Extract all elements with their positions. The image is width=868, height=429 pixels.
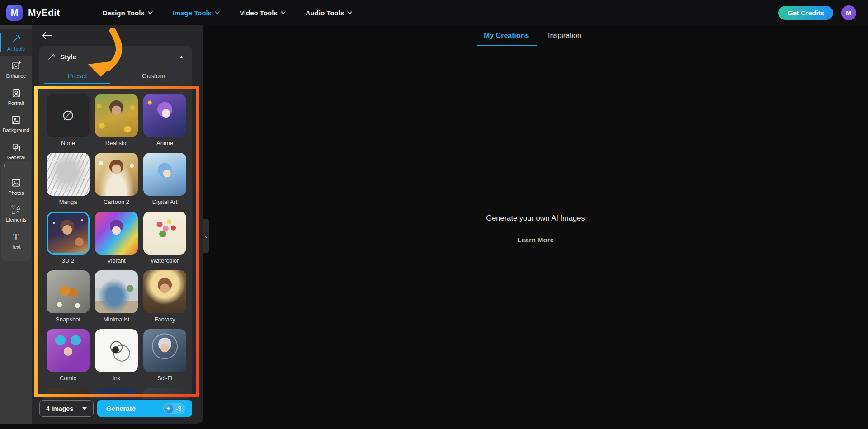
style-preset-fantasy[interactable]: Fantasy [143, 270, 186, 323]
style-preset-cartoon-2[interactable]: Cartoon 2 [95, 153, 138, 206]
style-section-title: Style [60, 53, 76, 61]
generate-label: Generate [106, 405, 136, 412]
preset-thumbnail [95, 388, 138, 399]
sidebar-item-general[interactable]: General [0, 137, 32, 165]
plus-icon: + [3, 162, 6, 168]
preset-label: Comic [47, 375, 90, 382]
style-preset-partial[interactable] [143, 388, 186, 399]
menu-audio-tools[interactable]: Audio Tools [306, 9, 353, 17]
credit-coin-icon: ✦ [164, 404, 173, 413]
sidebar-item-enhance[interactable]: Enhance [0, 56, 32, 83]
collapse-section-icon[interactable]: ▲ [179, 54, 184, 59]
generate-button[interactable]: Generate ✦ -3 [97, 400, 192, 417]
preset-label: Vibrant [95, 257, 138, 264]
preset-label: Manga [47, 198, 90, 206]
chevron-down-icon [281, 11, 286, 14]
tab-preset[interactable]: Preset [39, 67, 116, 84]
preset-thumbnail-selected [47, 212, 90, 255]
preset-thumbnail [95, 212, 138, 255]
back-button[interactable] [40, 29, 54, 42]
empty-state-title: Generate your own AI Images [203, 214, 868, 222]
shapes-row: ♡△ [11, 205, 21, 210]
preset-label: Anime [143, 140, 186, 147]
preset-thumbnail [95, 94, 138, 137]
preset-thumbnail [95, 329, 138, 372]
sidebar-item-ai-tools[interactable]: AI Tools [0, 29, 32, 56]
preset-label: Minimalist [95, 316, 138, 323]
sidebar-item-portrait[interactable]: Portrait [0, 83, 32, 110]
sidebar-item-label: Enhance [6, 73, 26, 79]
style-preset-partial[interactable] [95, 388, 138, 399]
menu-image-tools[interactable]: Image Tools [173, 9, 220, 17]
style-preset-snapshot[interactable]: Snapshot [47, 270, 90, 323]
shapes-icon: ♡△ □○ [11, 205, 21, 215]
style-preset-digital-art[interactable]: Digital Art [143, 153, 186, 206]
myedit-logo-icon[interactable]: M [6, 5, 23, 21]
brand-name[interactable]: MyEdit [28, 7, 60, 18]
preset-thumbnail [95, 270, 138, 313]
preset-thumbnail [143, 94, 186, 137]
menu-video-tools[interactable]: Video Tools [240, 9, 286, 17]
preset-thumbnail [143, 388, 186, 399]
overlapping-squares-icon [11, 142, 21, 152]
ai-image-tool-panel: Style ▲ Preset Custom ∅ None Realistic A [32, 25, 203, 424]
style-preset-vibrant[interactable]: Vibrant [95, 212, 138, 264]
credit-cost-badge: ✦ -3 [163, 403, 185, 414]
tab-custom[interactable]: Custom [116, 67, 192, 84]
style-preset-comic[interactable]: Comic [47, 329, 90, 382]
menu-label: Design Tools [103, 9, 145, 17]
panel-collapse-handle[interactable]: ‹ [203, 219, 209, 253]
preset-thumbnail [143, 153, 186, 196]
preset-thumbnail [47, 388, 90, 399]
sidebar-item-background[interactable]: Background [0, 110, 32, 137]
style-preset-partial[interactable] [47, 388, 90, 399]
style-preset-minimalist[interactable]: Minimalist [95, 270, 138, 323]
preset-thumbnail [95, 153, 138, 196]
chevron-left-icon: ‹ [205, 233, 207, 240]
myedit-app: M MyEdit Design Tools Image Tools Video … [0, 0, 868, 429]
preset-thumbnail [47, 153, 90, 196]
preset-thumbnail [143, 212, 186, 255]
sidebar-item-label: Portrait [8, 100, 24, 106]
style-preset-grid: ∅ None Realistic Anime Manga Carto [39, 84, 192, 399]
sidebar-item-label: Background [3, 127, 29, 133]
preset-thumbnail [143, 329, 186, 372]
sidebar-item-elements[interactable]: ♡△ □○ Elements [1, 200, 31, 227]
sidebar-item-label: Elements [6, 217, 27, 222]
image-count-value: 4 images [46, 405, 73, 412]
empty-state-link-row: Learn More [203, 236, 868, 244]
preset-label: 3D 2 [47, 257, 90, 264]
left-sidebar: AI Tools Enhance Portrait Background Gen… [0, 25, 32, 424]
image-count-dropdown[interactable]: 4 images [39, 400, 94, 417]
shapes-row: □○ [12, 210, 20, 215]
tab-my-creations[interactable]: My Creations [484, 32, 529, 40]
chevron-down-icon [347, 11, 352, 14]
style-preset-3d-2-selected[interactable]: 3D 2 [47, 212, 90, 264]
preset-label: Cartoon 2 [95, 198, 138, 206]
sidebar-item-photos[interactable]: Photos [1, 173, 31, 200]
preset-label: Digital Art [143, 198, 186, 206]
preset-thumbnail [47, 329, 90, 372]
user-avatar[interactable]: M [841, 5, 856, 20]
style-section: Style ▲ Preset Custom ∅ None Realistic A [39, 46, 192, 399]
nav-menus: Design Tools Image Tools Video Tools Aud… [103, 9, 353, 17]
style-preset-ink[interactable]: Ink [95, 329, 138, 382]
style-tabs: Preset Custom [39, 67, 192, 84]
sidebar-item-text[interactable]: T Text [1, 227, 31, 255]
menu-label: Video Tools [240, 9, 278, 17]
style-preset-sci-fi[interactable]: Sci-Fi [143, 329, 186, 382]
menu-design-tools[interactable]: Design Tools [103, 9, 153, 17]
get-credits-button[interactable]: Get Credits [778, 6, 833, 20]
chevron-down-icon [148, 11, 153, 14]
menu-label: Audio Tools [306, 9, 344, 17]
style-preset-none[interactable]: ∅ None [47, 94, 90, 147]
style-preset-realistic[interactable]: Realistic [95, 94, 138, 147]
style-preset-manga[interactable]: Manga [47, 153, 90, 206]
tab-inspiration[interactable]: Inspiration [548, 32, 581, 40]
style-preset-watercolor[interactable]: Watercolor [143, 212, 186, 264]
style-preset-anime[interactable]: Anime [143, 94, 186, 147]
preset-thumbnail [143, 270, 186, 313]
top-navbar: M MyEdit Design Tools Image Tools Video … [0, 0, 868, 25]
none-icon: ∅ [62, 108, 74, 123]
learn-more-link[interactable]: Learn More [517, 236, 554, 244]
